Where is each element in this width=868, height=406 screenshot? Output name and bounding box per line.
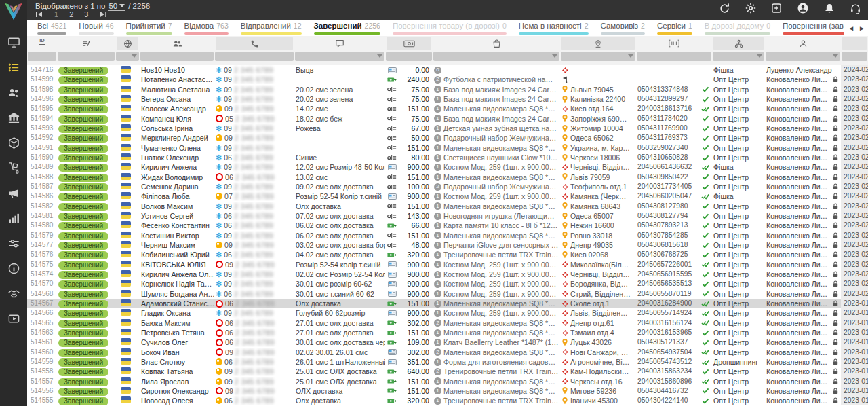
- column-header-id[interactable]: ID: [28, 37, 56, 50]
- sidebar-item-marketing-megaphone-icon[interactable]: [0, 181, 27, 206]
- sidebar-item-orders-list-icon[interactable]: [0, 55, 27, 80]
- status-tab[interactable]: Всі4521: [31, 20, 73, 36]
- status-tab[interactable]: Завершений2256: [308, 20, 387, 36]
- column-header-client[interactable]: [141, 37, 213, 50]
- filter-input-shipping[interactable]: [713, 52, 764, 61]
- column-header-ttn[interactable]: [637, 37, 711, 50]
- status-tab[interactable]: Нема в наявності2: [513, 20, 595, 36]
- column-header-date[interactable]: [842, 37, 867, 50]
- column-header-status[interactable]: [58, 37, 114, 50]
- headset-icon[interactable]: [850, 3, 861, 14]
- status-tab[interactable]: Відмова763: [178, 20, 235, 36]
- filter-input-city[interactable]: [561, 52, 635, 61]
- filter-input-manager[interactable]: [766, 52, 840, 61]
- table-row[interactable]: 514595ЗавершенийКолосок Александр092 345…: [27, 104, 868, 113]
- sidebar-item-structure-icon[interactable]: [0, 105, 27, 130]
- page-number[interactable]: 3: [84, 10, 88, 18]
- table-row[interactable]: 514559ЗавершенийВлас Слотюу062 345 67892…: [27, 357, 868, 367]
- table-row[interactable]: 514582ЗавершенийВолков Максим✻092 345 67…: [27, 202, 868, 211]
- table-row[interactable]: 514591ЗавершенийЧумаченко Олена✻092 345 …: [27, 143, 868, 153]
- sidebar-item-settings-sliders-icon[interactable]: [0, 231, 27, 256]
- table-row[interactable]: 514588ЗавершенийЖидак Володимир062 345 6…: [27, 172, 868, 182]
- refresh-icon[interactable]: [719, 3, 730, 14]
- table-row[interactable]: 514566ЗавершенийГладик Оксана✻092 345 67…: [27, 308, 868, 318]
- sidebar-item-dashboard-monitor-icon[interactable]: [0, 30, 27, 55]
- status-tab[interactable]: В дорозі додому0: [698, 20, 776, 36]
- table-row[interactable]: 514581ЗавершенийУстинов Сергей✻062 345 6…: [27, 211, 868, 221]
- filter-input-payment-price[interactable]: [386, 52, 432, 61]
- table-row[interactable]: 514579ЗавершенийКостишин Виктор✻092 345 …: [27, 231, 868, 240]
- table-row[interactable]: 514576ЗавершенийКобилинський Юрий✻062 34…: [27, 250, 868, 259]
- tab-scroll-left-icon[interactable]: ◄: [848, 24, 854, 32]
- table-row[interactable]: 514598ЗавершенийМалютина Светлана✻092 34…: [27, 85, 868, 94]
- tab-scroll-right-icon[interactable]: ►: [859, 24, 865, 32]
- bell-icon[interactable]: [824, 3, 835, 14]
- profile-icon[interactable]: [797, 2, 809, 14]
- table-row[interactable]: 514568ЗавершенийШумляс Богдана Ан…✻062 3…: [27, 289, 868, 299]
- column-header-manager[interactable]: [766, 37, 840, 50]
- table-row[interactable]: 514561ЗавершенийСучилов Олег062 345 6789…: [27, 337, 868, 347]
- sidebar-item-statistics-chart-icon[interactable]: [0, 206, 27, 231]
- table-row[interactable]: 514594ЗавершенийКомпанец Юля052 345 6789…: [27, 114, 868, 124]
- filter-input-status[interactable]: [58, 52, 115, 61]
- page-number[interactable]: 2: [69, 10, 73, 18]
- sidebar-item-info-icon[interactable]: [0, 256, 27, 281]
- filter-input-ttn[interactable]: [637, 52, 711, 61]
- filter-dropdown-icon[interactable]: [552, 54, 557, 60]
- filter-input-id[interactable]: [28, 52, 56, 61]
- status-tab[interactable]: Новый46: [73, 20, 119, 36]
- table-row[interactable]: 514577ЗавершенийЧерниш Максим092 345 678…: [27, 240, 868, 250]
- status-tab[interactable]: Сервіси1: [651, 20, 698, 36]
- filter-input-phone[interactable]: [215, 52, 294, 61]
- table-row[interactable]: 514590ЗавершенийГнатюк Олексндр✻062 345 …: [27, 153, 868, 162]
- filter-input-client[interactable]: [140, 52, 214, 61]
- table-row[interactable]: 514567ЗавершенийАдамовский Станис…062 34…: [27, 299, 868, 308]
- sidebar-item-video-guide-icon[interactable]: [0, 306, 27, 331]
- table-row[interactable]: 514580ЗавершенийФесенко Константин✻062 3…: [27, 221, 868, 230]
- status-tab[interactable]: Самовивіз2: [595, 20, 651, 36]
- filter-dropdown-icon[interactable]: [377, 54, 382, 60]
- table-row[interactable]: 514560ЗавершенийБокоч Иван092 345 678902…: [27, 348, 868, 357]
- status-tab[interactable]: Відправлений12: [235, 20, 308, 36]
- table-row[interactable]: 514557ЗавершенийЛила Ярослав092 345 6789…: [27, 377, 868, 386]
- table-row[interactable]: 514587ЗавершенийСеменюк Дарина✻092 345 6…: [27, 182, 868, 191]
- table-row[interactable]: 514593ЗавершенийСольська Ірина✻092 345 6…: [27, 124, 868, 133]
- column-header-city[interactable]: [561, 37, 635, 50]
- table-row[interactable]: 514565ЗавершенийБаюка Максим062 345 6789…: [27, 318, 868, 328]
- column-header-payment-price[interactable]: [387, 37, 431, 50]
- filter-dropdown-icon[interactable]: [757, 54, 762, 60]
- sidebar-item-clients-icon[interactable]: [0, 80, 27, 105]
- table-row[interactable]: 514558ЗавершенийКовпак Татьяна092 345 67…: [27, 367, 868, 376]
- sidebar-item-products-box-icon[interactable]: [0, 130, 27, 155]
- sidebar-item-shipping-trolley-icon[interactable]: [0, 155, 27, 181]
- table-row[interactable]: 514586ЗавершенийФіліпова Люба072 345 678…: [27, 191, 868, 201]
- table-row[interactable]: 514574ЗавершенийКирилич Анжела Ол…✻092 3…: [27, 270, 868, 279]
- filter-input-country[interactable]: [116, 52, 139, 61]
- status-tab[interactable]: Прийнятий7: [120, 20, 178, 36]
- gear-icon[interactable]: [745, 3, 756, 14]
- table-row[interactable]: 514555ЗавершенийНовосад Олеся062 345 678…: [27, 396, 868, 405]
- add-window-icon[interactable]: [771, 3, 782, 14]
- page-number[interactable]: 1: [54, 10, 58, 18]
- table-row[interactable]: 514596ЗавершенийВегера Оксана✻092 345 67…: [27, 94, 868, 104]
- column-header-country[interactable]: [117, 37, 138, 50]
- table-row[interactable]: 514575ЗавершенийКВІТОВСЬКА ЮЛІЯ092 345 6…: [27, 260, 868, 270]
- table-row[interactable]: 514570ЗавершенийКорнелюк Надія Та…✻092 3…: [27, 279, 868, 289]
- table-row[interactable]: 514556ЗавершенийСиротюк Олександр092 345…: [27, 386, 868, 396]
- filter-dropdown-icon[interactable]: [132, 54, 137, 60]
- last-page-button[interactable]: [99, 11, 107, 18]
- table-row[interactable]: 514599ЗавершенийПотапенко Анастас…✻092 3…: [27, 75, 868, 84]
- column-header-shipping[interactable]: [713, 37, 764, 50]
- sidebar-item-partners-handshake-icon[interactable]: [0, 281, 27, 306]
- filter-input-product[interactable]: [433, 52, 559, 61]
- column-header-phone[interactable]: [216, 37, 293, 50]
- first-page-button[interactable]: [35, 11, 43, 18]
- table-row[interactable]: 514563ЗавершенийПетровська Тетяна062 345…: [27, 328, 868, 337]
- table-row[interactable]: 514589ЗавершенийКирилич Анжела✻092 345 6…: [27, 162, 868, 172]
- page-size-dropdown[interactable]: 50: [108, 1, 125, 11]
- filter-dropdown-icon[interactable]: [833, 54, 838, 60]
- filter-input-comment[interactable]: [295, 52, 384, 61]
- status-tab[interactable]: Повернення товару (в дорозі)0: [387, 20, 513, 36]
- column-header-comment[interactable]: [296, 37, 384, 50]
- column-header-product[interactable]: [434, 37, 559, 50]
